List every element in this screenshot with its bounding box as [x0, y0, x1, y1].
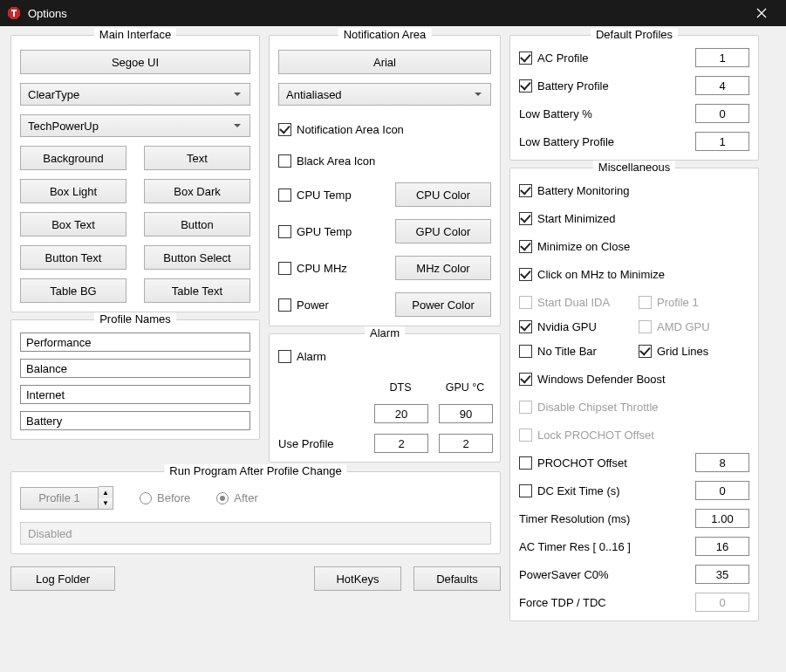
label: Lock PROCHOT Offset	[537, 429, 654, 442]
dc-exit-check[interactable]: DC Exit Time (s)	[519, 481, 683, 500]
checkbox-icon	[519, 484, 532, 497]
label: Notification Area Icon	[297, 123, 404, 136]
checkbox-icon	[519, 212, 532, 225]
dc-exit-value[interactable]: 0	[695, 481, 749, 500]
checkbox-icon	[519, 51, 532, 65]
button-color-button[interactable]: Button	[144, 212, 250, 237]
after-radio[interactable]: After	[216, 491, 257, 504]
cpu-mhz-check[interactable]: CPU MHz	[278, 258, 347, 278]
label: Disable Chipset Throttle	[537, 401, 659, 414]
battery-monitoring-check[interactable]: Battery Monitoring	[519, 181, 749, 200]
close-button[interactable]	[744, 0, 779, 26]
grid-lines-check[interactable]: Grid Lines	[639, 341, 749, 360]
brand-select[interactable]: TechPowerUp	[20, 114, 250, 137]
black-icon-check[interactable]: Black Area Icon	[278, 151, 491, 170]
background-button[interactable]: Background	[20, 146, 126, 170]
notif-icon-check[interactable]: Notification Area Icon	[278, 120, 491, 139]
timer-res-value[interactable]: 1.00	[695, 509, 749, 528]
button-select-button[interactable]: Button Select	[144, 245, 250, 270]
low-battery-pct-value[interactable]: 0	[695, 104, 749, 123]
prochot-offset-check[interactable]: PROCHOT Offset	[519, 453, 683, 472]
dts-header: DTS	[374, 381, 427, 394]
gpu-header: GPU °C	[439, 381, 491, 394]
low-battery-profile-value[interactable]: 1	[695, 132, 749, 151]
gpu-value[interactable]: 90	[439, 404, 493, 423]
box-dark-button[interactable]: Box Dark	[144, 179, 250, 203]
gpu-profile[interactable]: 2	[439, 434, 493, 453]
hotkeys-button[interactable]: HotKeys	[314, 566, 401, 591]
alarm-check[interactable]: Alarm	[278, 346, 491, 366]
label: DC Exit Time (s)	[537, 484, 620, 497]
profile-name-1[interactable]: Performance	[20, 333, 250, 352]
radio-icon	[140, 492, 152, 504]
table-text-button[interactable]: Table Text	[144, 278, 250, 303]
power-check[interactable]: Power	[278, 295, 329, 314]
prochot-offset-value[interactable]: 8	[695, 453, 749, 472]
profile-name-3[interactable]: Internet	[20, 385, 250, 404]
spinner-up-icon[interactable]: ▲	[99, 487, 113, 498]
render-mode-select[interactable]: ClearType	[20, 83, 250, 106]
force-tdp-value: 0	[695, 593, 749, 612]
dts-value[interactable]: 20	[374, 404, 428, 423]
app-icon	[7, 6, 21, 20]
table-bg-button[interactable]: Table BG	[20, 278, 126, 303]
gpu-color-button[interactable]: GPU Color	[395, 219, 491, 243]
ac-timer-value[interactable]: 16	[695, 537, 749, 556]
dts-profile[interactable]: 2	[374, 434, 428, 453]
na-font-button[interactable]: Arial	[278, 50, 491, 74]
start-minimized-check[interactable]: Start Minimized	[519, 209, 749, 228]
no-title-bar-check[interactable]: No Title Bar	[519, 341, 630, 360]
checkbox-icon	[278, 123, 291, 136]
box-light-button[interactable]: Box Light	[20, 179, 126, 203]
log-folder-button[interactable]: Log Folder	[10, 566, 115, 591]
box-text-button[interactable]: Box Text	[20, 212, 126, 237]
gpu-temp-check[interactable]: GPU Temp	[278, 222, 352, 241]
group-title: Profile Names	[94, 312, 176, 326]
before-radio[interactable]: Before	[140, 491, 190, 504]
defaults-button[interactable]: Defaults	[414, 566, 501, 591]
cpu-color-button[interactable]: CPU Color	[395, 182, 491, 207]
label: Profile 1	[657, 296, 699, 309]
power-color-button[interactable]: Power Color	[395, 292, 491, 317]
label: Grid Lines	[657, 345, 708, 358]
minimize-on-close-check[interactable]: Minimize on Close	[519, 237, 749, 256]
profile-name-4[interactable]: Battery	[20, 411, 250, 430]
ac-timer-label: AC Timer Res [ 0..16 ]	[519, 540, 683, 553]
notification-area-group: Notification Area Arial Antialiased Noti…	[269, 35, 501, 326]
checkbox-icon	[519, 184, 532, 197]
checkbox-icon	[519, 429, 532, 442]
battery-profile-check[interactable]: Battery Profile	[519, 76, 683, 95]
aa-mode-select[interactable]: Antialiased	[278, 83, 491, 106]
text-button[interactable]: Text	[144, 146, 250, 170]
spinner-down-icon[interactable]: ▼	[99, 498, 113, 510]
label: AMD GPU	[657, 320, 710, 333]
battery-profile-value[interactable]: 4	[695, 76, 749, 95]
nvidia-gpu-check[interactable]: Nvidia GPU	[519, 317, 630, 336]
profile-spinner[interactable]: Profile 1 ▲▼	[20, 486, 113, 510]
run-after-group: Run Program After Profile Change Profile…	[10, 471, 501, 554]
cpu-temp-check[interactable]: CPU Temp	[278, 185, 352, 204]
checkbox-icon	[519, 320, 532, 333]
miscellaneous-group: Miscellaneous Battery Monitoring Start M…	[509, 168, 759, 621]
ac-profile-value[interactable]: 1	[695, 48, 749, 67]
amd-gpu-check: AMD GPU	[639, 317, 749, 336]
button-text-button[interactable]: Button Text	[20, 245, 126, 270]
mhz-color-button[interactable]: MHz Color	[395, 256, 491, 280]
checkbox-icon	[278, 225, 291, 238]
profile-names-group: Profile Names Performance Balance Intern…	[10, 319, 260, 440]
win-defender-check[interactable]: Windows Defender Boost	[519, 369, 749, 388]
checkbox-icon	[639, 296, 652, 309]
click-mhz-check[interactable]: Click on MHz to Minimize	[519, 264, 749, 284]
run-program-path[interactable]: Disabled	[20, 522, 491, 545]
label: No Title Bar	[537, 345, 597, 358]
label: Start Dual IDA	[537, 296, 610, 309]
ui-font-button[interactable]: Segoe UI	[20, 50, 250, 74]
label: Start Minimized	[537, 212, 616, 225]
label: Click on MHz to Minimize	[537, 268, 665, 281]
profile-name-2[interactable]: Balance	[20, 359, 250, 378]
ac-profile-check[interactable]: AC Profile	[519, 48, 683, 67]
titlebar: Options	[0, 0, 786, 26]
powersaver-value[interactable]: 35	[695, 565, 749, 584]
checkbox-icon	[278, 350, 291, 363]
label: GPU Temp	[297, 225, 352, 238]
